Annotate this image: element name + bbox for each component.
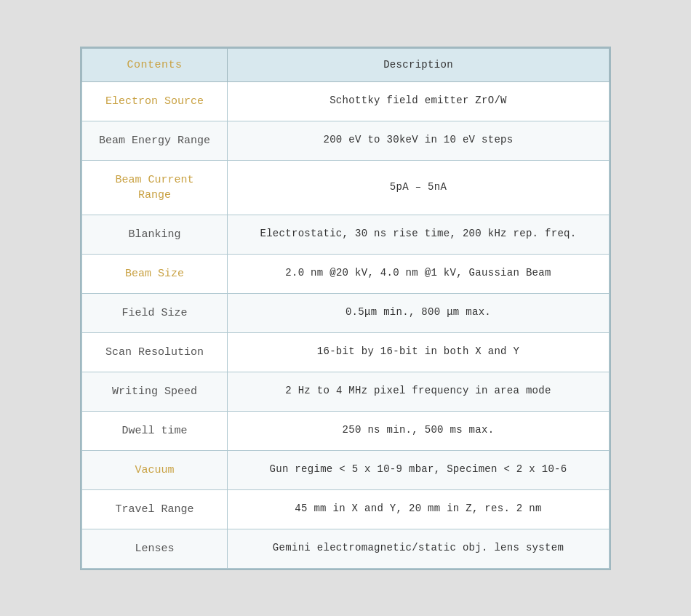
table-row-beam-size: Beam Size2.0 nm @20 kV, 4.0 nm @1 kV, Ga… — [82, 254, 610, 293]
cell-contents-travel-range: Travel Range — [82, 489, 228, 529]
cell-description-lenses: Gemini electromagnetic/static obj. lens … — [228, 529, 610, 568]
table-row-beam-energy-range: Beam Energy Range200 eV to 30keV in 10 e… — [82, 121, 610, 160]
table-row-scan-resolution: Scan Resolution16-bit by 16-bit in both … — [82, 332, 610, 372]
cell-description-beam-current-range: 5pA – 5nA — [228, 160, 610, 215]
header-description: Description — [228, 48, 610, 81]
cell-contents-blanking: Blanking — [82, 215, 228, 254]
table-row-electron-source: Electron SourceSchottky field emitter Zr… — [82, 81, 610, 121]
cell-description-scan-resolution: 16-bit by 16-bit in both X and Y — [228, 332, 610, 372]
table-row-dwell-time: Dwell time250 ns min., 500 ms max. — [82, 411, 610, 450]
cell-description-travel-range: 45 mm in X and Y, 20 mm in Z, res. 2 nm — [228, 489, 610, 529]
cell-description-dwell-time: 250 ns min., 500 ms max. — [228, 411, 610, 450]
table-row-blanking: BlankingElectrostatic, 30 ns rise time, … — [82, 215, 610, 254]
table-row-beam-current-range: Beam Current Range5pA – 5nA — [82, 160, 610, 215]
spec-table-container: Keit Contents Description Electron Sourc… — [80, 47, 611, 570]
cell-description-electron-source: Schottky field emitter ZrO/W — [228, 81, 610, 121]
specifications-table: Contents Description Electron SourceScho… — [81, 48, 610, 569]
cell-description-beam-energy-range: 200 eV to 30keV in 10 eV steps — [228, 121, 610, 160]
cell-contents-dwell-time: Dwell time — [82, 411, 228, 450]
cell-contents-beam-energy-range: Beam Energy Range — [82, 121, 228, 160]
table-row-field-size: Field Size0.5μm min., 800 μm max. — [82, 293, 610, 332]
cell-description-field-size: 0.5μm min., 800 μm max. — [228, 293, 610, 332]
cell-description-writing-speed: 2 Hz to 4 MHz pixel frequency in area mo… — [228, 372, 610, 411]
table-row-vacuum: VacuumGun regime < 5 x 10-9 mbar, Specim… — [82, 450, 610, 489]
table-row-lenses: LensesGemini electromagnetic/static obj.… — [82, 529, 610, 568]
cell-contents-beam-size: Beam Size — [82, 254, 228, 293]
cell-contents-scan-resolution: Scan Resolution — [82, 332, 228, 372]
table-header-row: Contents Description — [82, 48, 610, 81]
cell-contents-writing-speed: Writing Speed — [82, 372, 228, 411]
cell-description-blanking: Electrostatic, 30 ns rise time, 200 kHz … — [228, 215, 610, 254]
table-row-travel-range: Travel Range45 mm in X and Y, 20 mm in Z… — [82, 489, 610, 529]
cell-contents-electron-source: Electron Source — [82, 81, 228, 121]
table-row-writing-speed: Writing Speed2 Hz to 4 MHz pixel frequen… — [82, 372, 610, 411]
cell-description-vacuum: Gun regime < 5 x 10-9 mbar, Specimen < 2… — [228, 450, 610, 489]
cell-contents-beam-current-range: Beam Current Range — [82, 160, 228, 215]
header-contents: Contents — [82, 48, 228, 81]
cell-contents-lenses: Lenses — [82, 529, 228, 568]
cell-description-beam-size: 2.0 nm @20 kV, 4.0 nm @1 kV, Gaussian Be… — [228, 254, 610, 293]
cell-contents-field-size: Field Size — [82, 293, 228, 332]
cell-contents-vacuum: Vacuum — [82, 450, 228, 489]
